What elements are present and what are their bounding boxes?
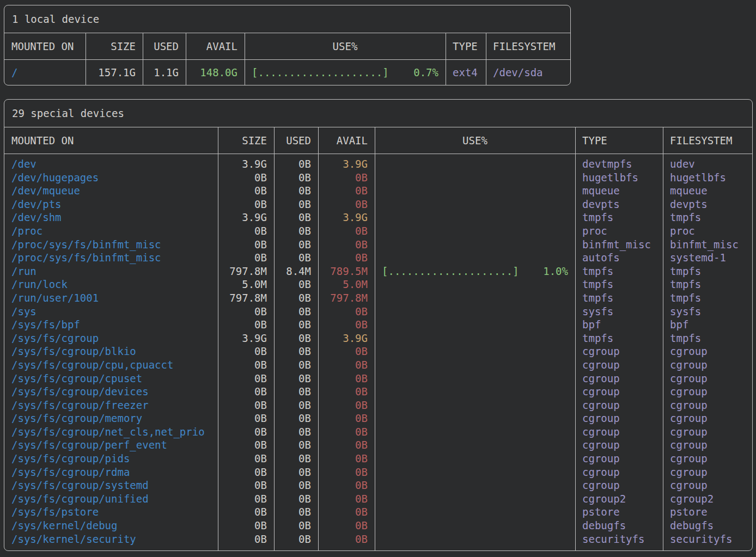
size-cell: 157.1G: [86, 60, 143, 85]
mount-cell: /dev/shm: [4, 211, 218, 224]
device-row: /dev/shm3.9G0B3.9Gtmpfstmpfs: [4, 211, 752, 224]
size-cell: 0B: [218, 385, 274, 399]
size-cell: 0B: [218, 251, 274, 265]
used-cell: 0B: [274, 466, 318, 479]
mount-cell: /sys/fs/cgroup/unified: [4, 492, 218, 506]
mount-cell: /run/lock: [4, 278, 218, 291]
mount-cell: /sys/fs/cgroup/systemd: [4, 479, 218, 492]
type-cell: tmpfs: [575, 211, 663, 224]
device-row: /sys/fs/pstore0B0B0Bpstorepstore: [4, 505, 752, 519]
type-cell: cgroup: [575, 372, 663, 385]
mount-cell: /sys/kernel/debug: [4, 519, 218, 532]
avail-cell: 789.5M: [318, 265, 375, 278]
mount-cell: /sys/fs/cgroup/rdma: [4, 466, 218, 479]
avail-cell: 0B: [318, 492, 375, 506]
type-cell: pstore: [575, 505, 663, 519]
size-cell: 5.0M: [218, 278, 274, 291]
mount-cell: /dev/pts: [4, 198, 218, 211]
filesystem-cell: cgroup: [663, 452, 752, 466]
mount-cell: /sys/fs/cgroup/perf_event: [4, 438, 218, 452]
filesystem-cell: cgroup: [663, 438, 752, 452]
used-cell: 8.4M: [274, 265, 318, 278]
avail-cell: 0B: [318, 372, 375, 385]
device-row: /sys/kernel/security0B0B0Bsecurityfssecu…: [4, 532, 752, 546]
filesystem-cell: cgroup: [663, 358, 752, 372]
mount-cell: /proc: [4, 224, 218, 238]
mount-cell: /sys/fs/cgroup/cpu,cpuacct: [4, 358, 218, 372]
device-row: /sys/fs/cgroup/blkio0B0B0Bcgroupcgroup: [4, 345, 752, 358]
mount-cell: /sys/fs/cgroup: [4, 332, 218, 345]
filesystem-cell: cgroup: [663, 425, 752, 439]
filesystem-cell: securityfs: [663, 532, 752, 546]
filesystem-cell: cgroup: [663, 412, 752, 425]
type-cell: hugetlbfs: [575, 171, 663, 185]
usepct-cell: [375, 479, 575, 492]
used-cell: 0B: [274, 184, 318, 198]
filesystem-cell: tmpfs: [663, 291, 752, 305]
device-row: /sys0B0B0Bsysfssysfs: [4, 305, 752, 319]
mount-cell: /proc/sys/fs/binfmt_misc: [4, 251, 218, 265]
device-row: /sys/kernel/debug0B0B0Bdebugfsdebugfs: [4, 519, 752, 532]
usepct-cell: [375, 157, 575, 171]
filesystem-cell: sysfs: [663, 305, 752, 319]
size-cell: 0B: [218, 466, 274, 479]
type-cell: sysfs: [575, 305, 663, 319]
size-cell: 0B: [218, 492, 274, 506]
used-cell: 0B: [274, 505, 318, 519]
type-cell: cgroup: [575, 438, 663, 452]
column-divider: [245, 33, 245, 85]
usepct-cell: [....................]1.0%: [375, 265, 575, 278]
usage-percent: 1.0%: [543, 265, 568, 278]
device-row: /dev3.9G0B3.9Gdevtmpfsudev: [4, 157, 752, 171]
usepct-cell: [375, 385, 575, 399]
avail-cell: 0B: [318, 452, 375, 466]
device-row: /proc/sys/fs/binfmt_misc0B0B0Bbinfmt_mis…: [4, 238, 752, 252]
device-row: /sys/fs/cgroup/devices0B0B0Bcgroupcgroup: [4, 385, 752, 399]
used-cell: 0B: [274, 171, 318, 185]
device-row: /sys/fs/cgroup/cpu,cpuacct0B0B0Bcgroupcg…: [4, 358, 752, 372]
special-devices-title: 29 special devices: [4, 100, 752, 127]
usepct-cell: [....................]0.7%: [245, 60, 446, 85]
size-cell: 0B: [218, 519, 274, 532]
usepct-cell: [375, 291, 575, 305]
mount-cell: /sys/fs/cgroup/devices: [4, 385, 218, 399]
column-divider: [143, 33, 143, 85]
device-row: /dev/hugepages0B0B0Bhugetlbfshugetlbfs: [4, 171, 752, 185]
column-header-mounted-on: MOUNTED ON: [4, 33, 86, 59]
mount-cell: /sys/fs/cgroup/pids: [4, 452, 218, 466]
usepct-cell: [375, 251, 575, 265]
special-devices-panel: 29 special devices MOUNTED ONSIZEUSEDAVA…: [4, 99, 753, 551]
avail-cell: 0B: [318, 425, 375, 439]
device-row: /sys/fs/cgroup/memory0B0B0Bcgroupcgroup: [4, 412, 752, 425]
avail-cell: 0B: [318, 438, 375, 452]
type-cell: ext4: [446, 60, 486, 85]
device-row: /sys/fs/cgroup/pids0B0B0Bcgroupcgroup: [4, 452, 752, 466]
mount-cell: /: [4, 60, 86, 85]
used-cell: 0B: [274, 332, 318, 345]
avail-cell: 0B: [318, 505, 375, 519]
type-cell: devtmpfs: [575, 157, 663, 171]
device-row: /sys/fs/cgroup/freezer0B0B0Bcgroupcgroup: [4, 399, 752, 412]
size-cell: 0B: [218, 224, 274, 238]
type-cell: tmpfs: [575, 278, 663, 291]
type-cell: cgroup: [575, 452, 663, 466]
avail-cell: 0B: [318, 519, 375, 532]
filesystem-cell: proc: [663, 224, 752, 238]
avail-cell: 148.0G: [186, 60, 245, 85]
mount-cell: /sys/fs/cgroup/net_cls,net_prio: [4, 425, 218, 439]
used-cell: 0B: [274, 532, 318, 546]
size-cell: 0B: [218, 171, 274, 185]
mount-cell: /dev/mqueue: [4, 184, 218, 198]
used-cell: 0B: [274, 452, 318, 466]
used-cell: 0B: [274, 198, 318, 211]
used-cell: 0B: [274, 479, 318, 492]
mount-cell: /sys/kernel/security: [4, 532, 218, 546]
mount-cell: /sys/fs/bpf: [4, 318, 218, 332]
size-cell: 0B: [218, 425, 274, 439]
mount-cell: /sys/fs/cgroup/freezer: [4, 399, 218, 412]
column-header-type: TYPE: [446, 33, 486, 59]
device-row: /sys/fs/cgroup3.9G0B3.9Gtmpfstmpfs: [4, 332, 752, 345]
avail-cell: 0B: [318, 532, 375, 546]
special-devices-table: MOUNTED ONSIZEUSEDAVAILUSE%TYPEFILESYSTE…: [4, 127, 752, 550]
filesystem-cell: cgroup2: [663, 492, 752, 506]
